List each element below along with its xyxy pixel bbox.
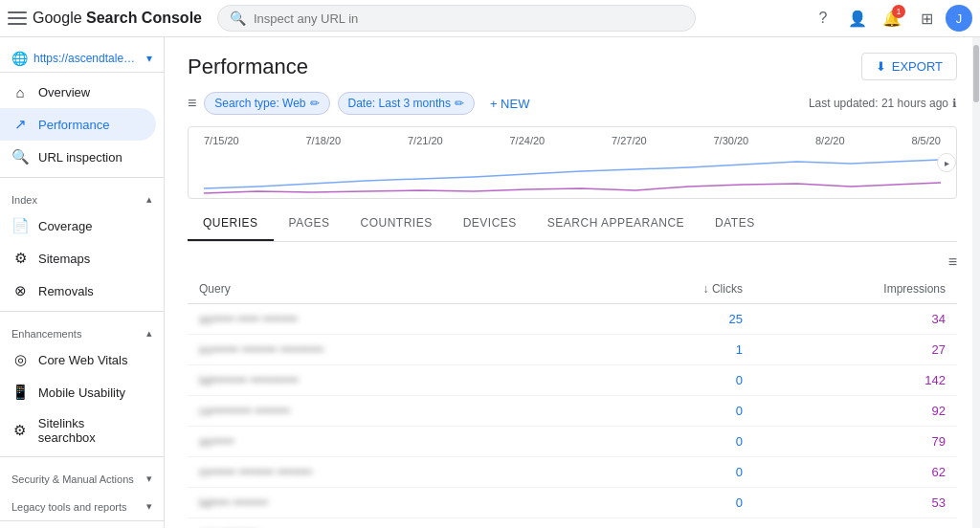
clicks-cell: 0 — [605, 518, 754, 529]
table-row: ce••••••••• •••••••• 0 92 — [188, 396, 957, 427]
query-cell: as••••• — [188, 427, 605, 457]
info-icon-small: ℹ — [952, 97, 957, 110]
filter-icon[interactable]: ≡ — [188, 95, 196, 112]
site-url: https://ascendtalentstrategic... — [33, 52, 141, 65]
tab-dates[interactable]: DATES — [700, 207, 770, 241]
hamburger-menu-icon[interactable] — [8, 11, 27, 25]
help-icon: ? — [819, 10, 828, 27]
page-header: Performance ⬇ EXPORT — [188, 53, 957, 80]
chart-scroll-right-button[interactable]: ▸ — [937, 153, 956, 172]
chart-dates: 7/15/20 7/18/20 7/21/20 7/24/20 7/27/20 … — [204, 135, 941, 150]
sidebar-label-removals: Removals — [38, 284, 94, 298]
apps-grid-icon: ⊞ — [921, 10, 933, 28]
sidebar-item-url-inspection[interactable]: 🔍 URL inspection — [0, 141, 156, 173]
search-icon: 🔍 — [230, 11, 246, 26]
table-row: m•••••• •••••••• •••••••• 0 62 — [188, 457, 957, 488]
table-row: ex•••••• •••••••• •••••••••• 1 27 — [188, 335, 957, 365]
person-icon: 👤 — [848, 10, 867, 28]
sidebar-label-core-web-vitals: Core Web Vitals — [38, 353, 127, 367]
avatar[interactable]: J — [946, 5, 972, 32]
impressions-cell: 27 — [754, 335, 957, 365]
search-input[interactable] — [254, 11, 683, 26]
clicks-cell: 0 — [605, 488, 754, 518]
account-button[interactable]: 👤 — [842, 3, 873, 33]
edit-icon-search-type: ✏ — [310, 97, 320, 110]
page-title: Performance — [188, 55, 308, 79]
sidebar-item-coverage[interactable]: 📄 Coverage — [0, 209, 156, 242]
table-row: ce• ••••••••• 0 31 — [188, 518, 957, 529]
tab-queries[interactable]: QUERIES — [188, 207, 274, 241]
topbar: Google Search Console 🔍 ? 👤 🔔 1 ⊞ J — [0, 0, 980, 37]
site-selector[interactable]: 🌐 https://ascendtalentstrategic... ▾ — [0, 45, 164, 73]
security-section-header[interactable]: Security & Manual Actions ▾ — [0, 461, 164, 489]
app-title: Google Search Console — [33, 10, 202, 27]
sidebar-label-mobile-usability: Mobile Usability — [38, 385, 125, 400]
sidebar-item-removals[interactable]: ⊗ Removals — [0, 275, 156, 307]
export-button[interactable]: ⬇ EXPORT — [861, 53, 957, 80]
sitelinks-icon: ⚙ — [11, 422, 29, 439]
clicks-cell: 0 — [605, 457, 754, 488]
sidebar-divider-4 — [0, 520, 164, 521]
sort-down-icon: ↓ — [703, 282, 712, 296]
clicks-cell: 1 — [605, 335, 754, 365]
sidebar-item-mobile-usability[interactable]: 📱 Mobile Usability — [0, 376, 156, 408]
logo-area: Google Search Console — [8, 10, 202, 27]
new-filter-button[interactable]: + NEW — [482, 93, 538, 115]
search-type-filter[interactable]: Search type: Web ✏ — [204, 92, 329, 115]
performance-icon: ↗ — [11, 116, 29, 133]
sidebar-item-sitelinks-searchbox[interactable]: ⚙ Sitelinks searchbox — [0, 408, 156, 452]
sidebar-item-overview[interactable]: ⌂ Overview — [0, 77, 156, 108]
tab-pages[interactable]: PAGES — [274, 207, 345, 241]
enhancements-section-header[interactable]: Enhancements ▴ — [0, 316, 164, 343]
globe-icon: 🌐 — [11, 51, 28, 66]
clicks-cell: 0 — [605, 365, 754, 396]
sidebar-divider-1 — [0, 177, 164, 178]
tab-countries[interactable]: COUNTRIES — [345, 207, 447, 241]
table-header-row: Query ↓ Clicks Impressions — [188, 275, 957, 304]
impressions-cell: 62 — [754, 457, 957, 488]
impressions-cell: 53 — [754, 488, 957, 518]
legacy-section-header[interactable]: Legacy tools and reports ▾ — [0, 489, 164, 517]
sidebar-label-sitemaps: Sitemaps — [38, 252, 90, 266]
chevron-up-icon: ▴ — [146, 193, 152, 206]
sidebar-label-url-inspection: URL inspection — [38, 150, 122, 165]
table-row: tal•••• •••••••• 0 53 — [188, 488, 957, 518]
home-icon: ⌂ — [11, 84, 29, 100]
scrollbar-thumb[interactable] — [973, 45, 979, 102]
sitemaps-icon: ⚙ — [11, 250, 29, 267]
tab-devices[interactable]: DEVICES — [448, 207, 532, 241]
topbar-right-actions: ? 👤 🔔 1 ⊞ J — [808, 3, 972, 33]
sidebar-label-performance: Performance — [38, 118, 109, 132]
filter-bar: ≡ Search type: Web ✏ Date: Last 3 months… — [188, 92, 957, 115]
sidebar-divider-2 — [0, 311, 164, 312]
impressions-cell: 31 — [754, 518, 957, 529]
edit-icon-date: ✏ — [455, 97, 464, 110]
tab-search-appearance[interactable]: SEARCH APPEARANCE — [532, 207, 700, 241]
sidebar-item-core-web-vitals[interactable]: ◎ Core Web Vitals — [0, 343, 156, 376]
scrollbar-right — [972, 37, 980, 528]
last-updated: Last updated: 21 hours ago ℹ — [809, 97, 957, 110]
main-content: Performance ⬇ EXPORT ≡ Search type: Web … — [165, 37, 980, 528]
notifications-button[interactable]: 🔔 1 — [877, 3, 907, 33]
apps-button[interactable]: ⊞ — [911, 3, 942, 33]
core-web-vitals-icon: ◎ — [11, 351, 29, 368]
search-bar[interactable]: 🔍 — [217, 5, 696, 32]
chevron-down-icon-security: ▾ — [146, 473, 152, 485]
sidebar-item-performance[interactable]: ↗ Performance — [0, 108, 156, 141]
table-filter-icon[interactable]: ≡ — [948, 253, 957, 271]
sidebar-item-sitemaps[interactable]: ⚙ Sitemaps — [0, 242, 156, 275]
impressions-cell: 79 — [754, 427, 957, 457]
help-button[interactable]: ? — [808, 3, 838, 33]
chevron-up-icon-2: ▴ — [146, 327, 152, 340]
queries-table-area: ≡ Query ↓ Clicks Impressions as••••• •••… — [188, 250, 957, 528]
sidebar-label-overview: Overview — [38, 85, 90, 99]
sidebar-label-coverage: Coverage — [38, 219, 92, 233]
impressions-cell: 142 — [754, 365, 957, 396]
download-icon: ⬇ — [876, 59, 886, 74]
date-filter[interactable]: Date: Last 3 months ✏ — [338, 92, 475, 115]
chart-area: 7/15/20 7/18/20 7/21/20 7/24/20 7/27/20 … — [188, 126, 957, 199]
removals-icon: ⊗ — [11, 282, 29, 299]
index-section-header[interactable]: Index ▴ — [0, 182, 164, 209]
col-query: Query — [188, 275, 605, 304]
queries-table: Query ↓ Clicks Impressions as••••• •••••… — [188, 275, 957, 528]
